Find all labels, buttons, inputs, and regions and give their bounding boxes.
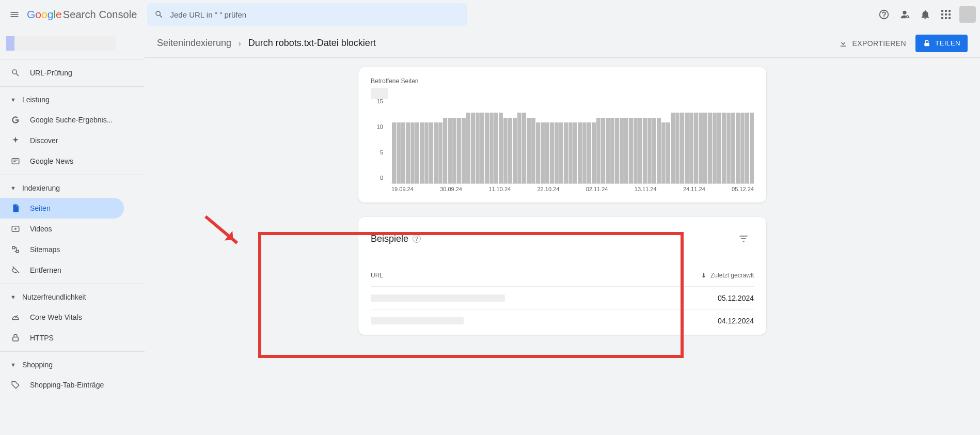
chart-bar[interactable] [443, 118, 447, 183]
chart-bar[interactable] [689, 113, 693, 183]
chart-bar[interactable] [722, 113, 726, 183]
share-button[interactable]: TEILEN [915, 35, 968, 52]
notifications-icon[interactable] [915, 4, 936, 25]
chart-bar[interactable] [513, 118, 517, 183]
chart-bar[interactable] [708, 113, 712, 183]
chart-bar[interactable] [410, 122, 415, 183]
chart-bar[interactable] [582, 122, 587, 183]
chart-bar[interactable] [555, 122, 559, 183]
chart-bar[interactable] [703, 113, 707, 183]
sidebar-item-shopping-tab[interactable]: Shopping-Tab-Einträge [0, 375, 145, 395]
apps-icon[interactable] [936, 4, 956, 25]
chart-bar[interactable] [527, 118, 531, 183]
sidebar-item-sitemaps[interactable]: Sitemaps [0, 239, 145, 260]
chart-bar[interactable] [638, 118, 642, 183]
url-inspect-search[interactable]: Jede URL in " " prüfen [147, 3, 467, 26]
chart-bar[interactable] [559, 122, 563, 183]
chart-bar[interactable] [452, 118, 456, 183]
sidebar-item-https[interactable]: HTTPS [0, 328, 145, 348]
chart-bar[interactable] [643, 118, 647, 183]
chart-bar[interactable] [564, 122, 568, 183]
chart-bar[interactable] [448, 118, 452, 183]
chart-bar[interactable] [434, 122, 438, 183]
chart-bar[interactable] [685, 113, 689, 183]
chart-bar[interactable] [694, 113, 698, 183]
chart-bar[interactable] [424, 122, 429, 183]
sidebar-section-shopping[interactable]: ▼ Shopping [0, 355, 145, 375]
chart-bar[interactable] [717, 113, 721, 183]
sidebar-item-google-news[interactable]: Google News [0, 151, 145, 172]
chart-bar[interactable] [647, 118, 652, 183]
chart-bar[interactable] [508, 118, 512, 183]
sidebar-section-performance[interactable]: ▼ Leistung [0, 90, 145, 110]
chart-bar[interactable] [545, 122, 549, 183]
menu-icon[interactable] [4, 4, 25, 25]
chart-bar[interactable] [666, 122, 670, 183]
chart-bar[interactable] [671, 113, 675, 183]
chart-bar[interactable] [522, 113, 526, 183]
chart-bar[interactable] [489, 113, 494, 183]
chart-bar[interactable] [397, 122, 401, 183]
chart-bar[interactable] [587, 122, 591, 183]
account-avatar[interactable] [959, 6, 976, 23]
chart-bar[interactable] [634, 118, 638, 183]
chart-bar[interactable] [471, 113, 475, 183]
chart-bar[interactable] [541, 122, 545, 183]
filter-icon[interactable] [733, 228, 754, 249]
chart-bar[interactable] [517, 113, 521, 183]
chart-bar[interactable] [657, 118, 661, 183]
table-row[interactable]: 04.12.2024 [371, 309, 754, 332]
chart-bar[interactable] [592, 122, 596, 183]
chart-bar[interactable] [485, 113, 489, 183]
chart-bar[interactable] [601, 118, 605, 183]
chart-bar[interactable] [680, 113, 684, 183]
chart-bar[interactable] [652, 118, 656, 183]
chart-bar[interactable] [438, 122, 442, 183]
col-crawled-label[interactable]: Zuletzt gecrawlt [671, 272, 754, 279]
chart-bar[interactable] [568, 122, 573, 183]
chart-bar[interactable] [726, 113, 731, 183]
chart-bar[interactable] [578, 122, 582, 183]
chart-bar[interactable] [750, 113, 754, 183]
sidebar-item-videos[interactable]: Videos [0, 219, 145, 239]
sidebar-item-url-inspection[interactable]: URL-Prüfung [0, 63, 145, 83]
property-selector[interactable] [0, 31, 145, 56]
chart-bar[interactable] [466, 113, 470, 183]
help-icon[interactable] [874, 4, 894, 25]
chart-bar[interactable] [573, 122, 577, 183]
chart-bar[interactable] [480, 113, 484, 183]
chart-bar[interactable] [736, 113, 740, 183]
chart-bar[interactable] [494, 113, 498, 183]
sidebar-item-core-web-vitals[interactable]: Core Web Vitals [0, 307, 145, 328]
chart-bar[interactable] [624, 118, 628, 183]
product-logo[interactable]: Google Search Console [27, 8, 137, 21]
chart-bar[interactable] [620, 118, 624, 183]
users-icon[interactable] [894, 4, 915, 25]
chart-bar[interactable] [401, 122, 405, 183]
chart-bar[interactable] [531, 118, 535, 183]
export-button[interactable]: EXPORTIEREN [839, 39, 906, 48]
chart-bar[interactable] [661, 122, 666, 183]
sidebar-item-removals[interactable]: Entfernen [0, 260, 145, 281]
sidebar-section-experience[interactable]: ▼ Nutzerfreundlichkeit [0, 287, 145, 307]
chart-bar[interactable] [731, 113, 735, 183]
sidebar-item-discover[interactable]: Discover [0, 130, 145, 151]
chart-bar[interactable] [713, 113, 717, 183]
chart-bar[interactable] [606, 118, 610, 183]
sidebar-item-search-results[interactable]: Google Suche-Ergebnis... [0, 110, 145, 130]
chart-bar[interactable] [629, 118, 633, 183]
sidebar-section-indexing[interactable]: ▼ Indexierung [0, 178, 145, 198]
chart-bar[interactable] [503, 118, 508, 183]
table-row[interactable]: 05.12.2024 [371, 286, 754, 309]
chart-bar[interactable] [550, 122, 554, 183]
chart-bar[interactable] [462, 118, 466, 183]
chart-bar[interactable] [596, 118, 600, 183]
chart-bar[interactable] [415, 122, 419, 183]
chart-bar[interactable] [392, 122, 396, 183]
chart-bar[interactable] [745, 113, 749, 183]
chart-bar[interactable] [457, 118, 461, 183]
chart-bar[interactable] [610, 118, 614, 183]
sidebar-item-pages[interactable]: Seiten [0, 198, 124, 219]
chart-bar[interactable] [406, 122, 410, 183]
breadcrumb-parent[interactable]: Seitenindexierung [157, 38, 231, 49]
